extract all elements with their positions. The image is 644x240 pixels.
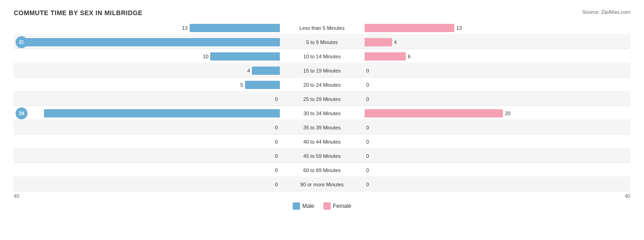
- female-value: 20: [505, 111, 510, 116]
- bar-row: 060 to 89 Minutes0: [14, 163, 630, 177]
- bar-row: 1010 to 14 Minutes6: [14, 50, 630, 63]
- row-label: 30 to 34 Minutes: [280, 111, 365, 116]
- female-value: 0: [366, 96, 369, 102]
- row-label: Less than 5 Minutes: [280, 25, 365, 31]
- female-bar: [365, 109, 503, 117]
- male-value: 13: [182, 25, 188, 31]
- male-bar-container: 0: [14, 121, 280, 134]
- source-label: Source: ZipAtlas.com: [582, 9, 630, 15]
- female-value: 0: [366, 167, 369, 173]
- chart-title: COMMUTE TIME BY SEX IN MILBRIDGE: [14, 9, 630, 17]
- female-bar: [365, 24, 455, 32]
- male-value: 0: [275, 139, 278, 145]
- chart-rows: 13Less than 5 Minutes13375 to 9 Minutes4…: [14, 21, 630, 191]
- chart-legend: Male Female: [14, 202, 630, 210]
- row-label: 20 to 24 Minutes: [280, 82, 365, 88]
- male-value: 10: [203, 54, 208, 59]
- axis-left: 40: [14, 193, 19, 199]
- male-value: 0: [275, 167, 278, 173]
- row-label: 90 or more Minutes: [280, 182, 365, 187]
- female-value: 4: [394, 39, 397, 45]
- chart-container: COMMUTE TIME BY SEX IN MILBRIDGE Source:…: [0, 0, 644, 240]
- male-bar-container: 13: [14, 21, 280, 35]
- male-badge-34: 34: [16, 107, 27, 119]
- bar-row: 520 to 24 Minutes0: [14, 78, 630, 92]
- female-bar-container: 6: [365, 50, 631, 63]
- female-bar: [365, 38, 393, 46]
- female-bar-container: 0: [365, 163, 631, 177]
- bar-row: 090 or more Minutes0: [14, 178, 630, 191]
- female-bar-container: 4: [365, 35, 631, 49]
- female-value: 0: [366, 139, 369, 145]
- male-bar-container: 0: [14, 163, 280, 177]
- female-bar-container: 13: [365, 21, 631, 35]
- bar-row: 025 to 29 Minutes0: [14, 92, 630, 106]
- row-label: 60 to 89 Minutes: [280, 167, 365, 173]
- male-bar: [252, 67, 280, 75]
- female-bar-container: 0: [365, 92, 631, 106]
- axis-right: 40: [625, 193, 630, 199]
- male-bar-container: 0: [14, 149, 280, 163]
- male-bar-container: 0: [14, 135, 280, 149]
- female-bar-container: 0: [365, 64, 631, 78]
- female-value: 0: [366, 82, 369, 88]
- female-bar-container: 0: [365, 121, 631, 134]
- legend-female-label: Female: [333, 203, 351, 209]
- female-bar-container: 20: [365, 106, 631, 120]
- bar-row: 415 to 19 Minutes0: [14, 64, 630, 78]
- male-value: 0: [275, 153, 278, 159]
- row-label: 10 to 14 Minutes: [280, 54, 365, 59]
- male-value: 4: [247, 68, 250, 73]
- row-label: 45 to 59 Minutes: [280, 153, 365, 159]
- female-value: 0: [366, 182, 369, 187]
- male-bar-container: 0: [14, 92, 280, 106]
- male-value: 0: [275, 182, 278, 187]
- female-value: 0: [366, 68, 369, 73]
- row-label: 40 to 44 Minutes: [280, 139, 365, 145]
- bar-row: 040 to 44 Minutes0: [14, 135, 630, 149]
- bar-row: 045 to 59 Minutes0: [14, 149, 630, 163]
- male-value: 0: [275, 125, 278, 130]
- male-bar-container: 4: [14, 64, 280, 78]
- legend-female-box: [323, 202, 331, 210]
- row-label: 5 to 9 Minutes: [280, 39, 365, 45]
- bar-row: 13Less than 5 Minutes13: [14, 21, 630, 35]
- female-value: 0: [366, 125, 369, 130]
- female-bar-container: 0: [365, 178, 631, 191]
- female-value: 6: [408, 54, 410, 59]
- female-bar-container: 0: [365, 149, 631, 163]
- male-value: 0: [275, 96, 278, 102]
- bar-row: 035 to 39 Minutes0: [14, 121, 630, 134]
- row-label: 15 to 19 Minutes: [280, 68, 365, 73]
- male-bar-container: 5: [14, 78, 280, 92]
- bar-row: 3430 to 34 Minutes20: [14, 106, 630, 120]
- legend-female: Female: [323, 202, 351, 210]
- male-bar: [23, 38, 280, 46]
- legend-male-label: Male: [302, 203, 314, 209]
- female-bar-container: 0: [365, 78, 631, 92]
- female-value: 0: [366, 153, 369, 159]
- bar-row: 375 to 9 Minutes4: [14, 35, 630, 49]
- legend-male: Male: [293, 202, 314, 210]
- male-bar-container: 37: [14, 35, 280, 49]
- female-value: 13: [456, 25, 462, 31]
- female-bar-container: 0: [365, 135, 631, 149]
- male-bar-container: 10: [14, 50, 280, 63]
- row-label: 25 to 29 Minutes: [280, 96, 365, 102]
- male-bar-container: 0: [14, 178, 280, 191]
- male-bar: [44, 109, 280, 117]
- axis-labels: 40 40: [14, 193, 630, 199]
- male-bar-container: 34: [14, 106, 280, 120]
- row-label: 35 to 39 Minutes: [280, 125, 365, 130]
- male-bar: [190, 24, 280, 32]
- male-value: 5: [240, 82, 243, 88]
- male-bar: [210, 52, 279, 61]
- legend-male-box: [293, 202, 300, 210]
- female-bar: [365, 52, 406, 61]
- male-bar: [245, 81, 280, 89]
